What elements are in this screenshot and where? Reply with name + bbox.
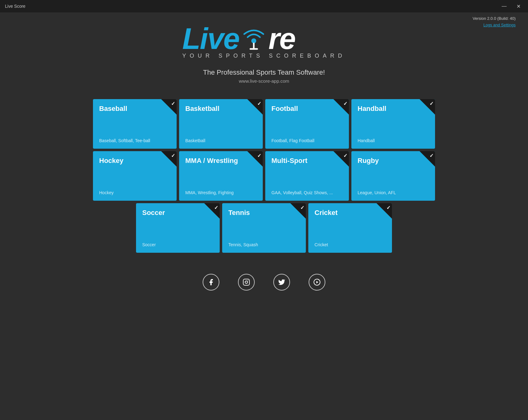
football-name: Football <box>271 105 343 113</box>
basketball-subtitle: Basketball <box>185 138 257 143</box>
sports-row-1: ✓ Baseball Baseball, Softball, Tee-ball … <box>93 99 435 149</box>
baseball-name: Baseball <box>99 105 170 113</box>
football-subtitle: Football, Flag Football <box>271 138 343 143</box>
logo-container: Live re YOUR SPORTS SCOREBOARD <box>182 22 346 65</box>
soccer-check: ✓ <box>204 203 220 219</box>
sport-card-tennis[interactable]: ✓ Tennis Tennis, Squash <box>222 203 306 253</box>
multisport-check: ✓ <box>333 151 349 167</box>
sport-card-rugby[interactable]: ✓ Rugby League, Union, AFL <box>351 151 435 201</box>
rugby-subtitle: League, Union, AFL <box>358 190 429 195</box>
rugby-check: ✓ <box>420 151 435 167</box>
tennis-check: ✓ <box>290 203 306 219</box>
rugby-name: Rugby <box>358 157 429 165</box>
svg-marker-6 <box>316 281 318 283</box>
sport-card-mma[interactable]: ✓ MMA / Wrestling MMA, Wrestling, Fighti… <box>179 151 263 201</box>
app-title: Live Score <box>5 4 25 9</box>
sport-card-soccer[interactable]: ✓ Soccer Soccer <box>136 203 220 253</box>
sports-row-2: ✓ Hockey Hockey ✓ MMA / Wrestling MMA, W… <box>93 151 435 201</box>
logo-icon <box>240 25 268 53</box>
football-check: ✓ <box>333 99 349 115</box>
website: www.live-score-app.com <box>239 78 289 84</box>
minimize-button[interactable]: — <box>499 3 509 10</box>
close-button[interactable]: ✕ <box>514 3 523 10</box>
sport-card-football[interactable]: ✓ Football Football, Flag Football <box>265 99 349 149</box>
hockey-subtitle: Hockey <box>99 190 170 195</box>
version-line1: Version 2.0.0 (Build: 40) <box>473 15 516 22</box>
logo-score: re <box>268 22 295 56</box>
hockey-check: ✓ <box>161 151 177 167</box>
window-controls: — ✕ <box>499 3 523 10</box>
sport-card-basketball[interactable]: ✓ Basketball Basketball <box>179 99 263 149</box>
soccer-name: Soccer <box>142 209 213 217</box>
subtitle: The Professional Sports Team Software! <box>203 68 325 77</box>
sports-grid: ✓ Baseball Baseball, Softball, Tee-ball … <box>0 99 528 255</box>
twitter-icon[interactable] <box>273 274 290 291</box>
svg-rect-3 <box>243 279 249 285</box>
tennis-name: Tennis <box>228 209 300 217</box>
sport-card-handball[interactable]: ✓ Handball Handball <box>351 99 435 149</box>
facebook-icon[interactable] <box>203 274 219 291</box>
sport-card-cricket[interactable]: ✓ Cricket Cricket <box>308 203 392 253</box>
basketball-name: Basketball <box>185 105 257 113</box>
cricket-name: Cricket <box>315 209 386 217</box>
title-bar: Live Score — ✕ <box>0 0 528 12</box>
cricket-check: ✓ <box>376 203 392 219</box>
youtube-icon[interactable] <box>309 274 325 291</box>
sport-card-multisport[interactable]: ✓ Multi-Sport GAA, Volleyball, Quiz Show… <box>265 151 349 201</box>
sports-row-3: ✓ Soccer Soccer ✓ Tennis Tennis, Squash … <box>136 203 392 253</box>
soccer-subtitle: Soccer <box>142 242 213 247</box>
baseball-subtitle: Baseball, Softball, Tee-ball <box>99 138 170 143</box>
social-bar <box>203 274 325 291</box>
instagram-icon[interactable] <box>238 274 255 291</box>
multisport-name: Multi-Sport <box>271 157 343 165</box>
sport-card-hockey[interactable]: ✓ Hockey Hockey <box>93 151 177 201</box>
logo-live: Live <box>182 22 239 56</box>
version-info: Version 2.0.0 (Build: 40) Logs and Setti… <box>473 15 516 28</box>
logo: Live re <box>182 22 346 56</box>
mma-name: MMA / Wrestling <box>185 157 257 165</box>
handball-name: Handball <box>358 105 429 113</box>
sport-card-baseball[interactable]: ✓ Baseball Baseball, Softball, Tee-ball <box>93 99 177 149</box>
mma-check: ✓ <box>247 151 263 167</box>
baseball-check: ✓ <box>161 99 177 115</box>
handball-subtitle: Handball <box>358 138 429 143</box>
logo-tagline: YOUR SPORTS SCOREBOARD <box>182 53 346 59</box>
main-content: Live re YOUR SPORTS SCOREBOARD The Profe… <box>0 12 528 291</box>
hockey-name: Hockey <box>99 157 170 165</box>
mma-subtitle: MMA, Wrestling, Fighting <box>185 190 257 195</box>
logs-settings-link[interactable]: Logs and Settings <box>473 22 516 28</box>
cricket-subtitle: Cricket <box>315 242 386 247</box>
multisport-subtitle: GAA, Volleyball, Quiz Shows, ... <box>271 190 343 195</box>
basketball-check: ✓ <box>247 99 263 115</box>
handball-check: ✓ <box>420 99 435 115</box>
tennis-subtitle: Tennis, Squash <box>228 242 300 247</box>
